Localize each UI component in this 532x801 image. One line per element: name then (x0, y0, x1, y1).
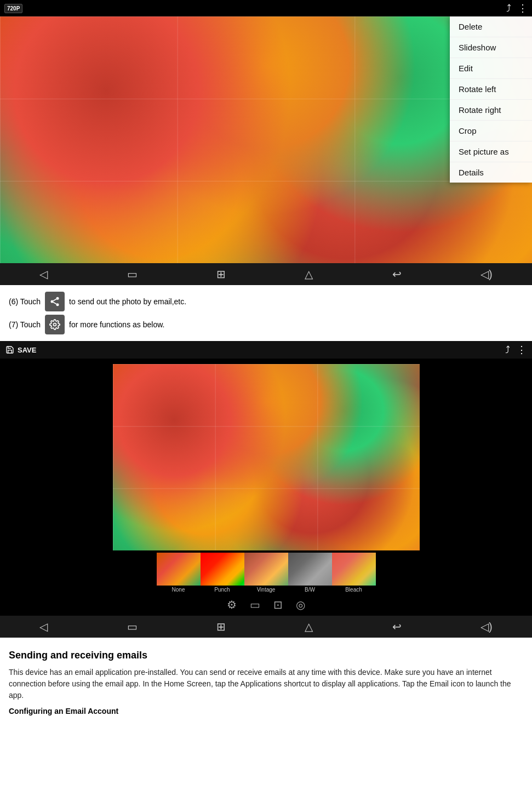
save-button-area[interactable]: SAVE (5, 345, 36, 354)
720p-badge: 720P (4, 4, 22, 13)
menu-slideshow[interactable]: Slideshow (450, 37, 532, 58)
filter-label-none: None (157, 586, 201, 594)
edit-main: None Punch Vintage B/W Bleach ⚙ ▭ ⊡ ◎ (0, 359, 532, 616)
svg-point-0 (56, 297, 59, 300)
filter-label-bleach: Bleach (332, 586, 376, 594)
nav-back[interactable]: ↩ (392, 268, 402, 281)
body-paragraph: This device has an email application pre… (9, 667, 523, 701)
row2-prefix: (7) Touch (9, 320, 41, 329)
tool-adjust[interactable]: ◎ (296, 598, 305, 611)
image-with-menu: Delete Slideshow Edit Rotate left Rotate… (0, 16, 532, 263)
nav2-expand[interactable]: ⊞ (216, 620, 226, 633)
filter-vintage-preview (244, 553, 288, 586)
section-heading: Sending and receiving emails (9, 650, 523, 661)
filter-punch-preview (201, 553, 244, 586)
top-bar-1: 720P ⤴ ⋮ (0, 0, 532, 16)
row1-prefix: (6) Touch (9, 297, 41, 306)
menu-rotate-right[interactable]: Rotate right (450, 100, 532, 121)
bottom-text: Sending and receiving emails This device… (0, 638, 532, 721)
nav2-back[interactable]: ↩ (392, 620, 402, 633)
edit-tools: ⚙ ▭ ⊡ ◎ (227, 594, 305, 616)
nav2-recent[interactable]: ▭ (127, 620, 138, 633)
top-bar-2: SAVE ⤴ ⋮ (0, 341, 532, 359)
nav-home[interactable]: △ (305, 268, 313, 281)
edit-grid-overlay (113, 364, 420, 550)
menu-edit[interactable]: Edit (450, 58, 532, 79)
filter-bw-thumb[interactable] (288, 553, 332, 586)
filter-label-punch: Punch (201, 586, 244, 594)
settings-icon-inline (45, 315, 65, 334)
svg-point-5 (54, 323, 56, 326)
nav2-volume-up[interactable]: ◁) (480, 620, 493, 633)
filter-punch-thumb[interactable] (201, 553, 244, 586)
share-icon[interactable]: ⤴ (506, 3, 511, 14)
menu-delete[interactable]: Delete (450, 16, 532, 37)
nav-bar-1: ◁ ▭ ⊞ △ ↩ ◁) (0, 263, 532, 285)
filter-labels: None Punch Vintage B/W Bleach (157, 586, 376, 594)
menu-details[interactable]: Details (450, 162, 532, 183)
nav-recent[interactable]: ▭ (127, 268, 138, 281)
filter-bleach-preview (332, 553, 376, 586)
nav2-volume-down[interactable]: ◁ (39, 620, 48, 633)
share-icon-2[interactable]: ⤴ (505, 344, 510, 356)
more-icon-2[interactable]: ⋮ (517, 344, 527, 356)
nav-bar-2: ◁ ▭ ⊞ △ ↩ ◁) (0, 616, 532, 638)
text-section: (6) Touch to send out the photo by email… (0, 285, 532, 341)
share-icon-inline (45, 292, 65, 311)
tool-effects[interactable]: ⚙ (227, 598, 237, 611)
svg-line-3 (53, 302, 56, 304)
filter-vintage-thumb[interactable] (244, 553, 288, 586)
top-icons-2: ⤴ ⋮ (505, 344, 527, 356)
top-bar-left: 720P (4, 4, 22, 13)
menu-rotate-left[interactable]: Rotate left (450, 79, 532, 100)
tool-transform[interactable]: ⊡ (273, 598, 283, 611)
top-icons: ⤴ ⋮ (506, 2, 528, 14)
menu-crop[interactable]: Crop (450, 121, 532, 141)
text-row-2: (7) Touch for more functions as below. (9, 315, 523, 334)
menu-set-picture-as[interactable]: Set picture as (450, 141, 532, 162)
filter-strip (157, 553, 376, 586)
svg-line-4 (53, 299, 56, 300)
nav-expand[interactable]: ⊞ (216, 268, 226, 281)
nav-volume-up[interactable]: ◁) (480, 268, 493, 281)
context-menu: Delete Slideshow Edit Rotate left Rotate… (450, 16, 532, 183)
save-label[interactable]: SAVE (18, 346, 36, 354)
screenshot-1: 720P ⤴ ⋮ Delete Slideshow Edit Rotate le… (0, 0, 532, 285)
filter-none-thumb[interactable] (157, 553, 201, 586)
filter-label-bw: B/W (288, 586, 332, 594)
tool-crop[interactable]: ▭ (250, 598, 260, 611)
filter-none-preview (157, 553, 201, 586)
edit-photo (113, 364, 420, 550)
more-icon[interactable]: ⋮ (518, 2, 528, 14)
row1-suffix: to send out the photo by email,etc. (69, 297, 186, 306)
row2-suffix: for more functions as below. (69, 320, 164, 329)
filter-bw-preview (288, 553, 332, 586)
screenshot-2: SAVE ⤴ ⋮ (0, 341, 532, 638)
svg-point-1 (51, 300, 54, 303)
nav2-home[interactable]: △ (305, 620, 313, 633)
filter-label-vintage: Vintage (244, 586, 288, 594)
nav-volume-down[interactable]: ◁ (39, 268, 48, 281)
sub-heading: Configuring an Email Account (9, 707, 523, 715)
svg-point-2 (56, 303, 59, 306)
text-row-1: (6) Touch to send out the photo by email… (9, 292, 523, 311)
filter-bleach-thumb[interactable] (332, 553, 376, 586)
